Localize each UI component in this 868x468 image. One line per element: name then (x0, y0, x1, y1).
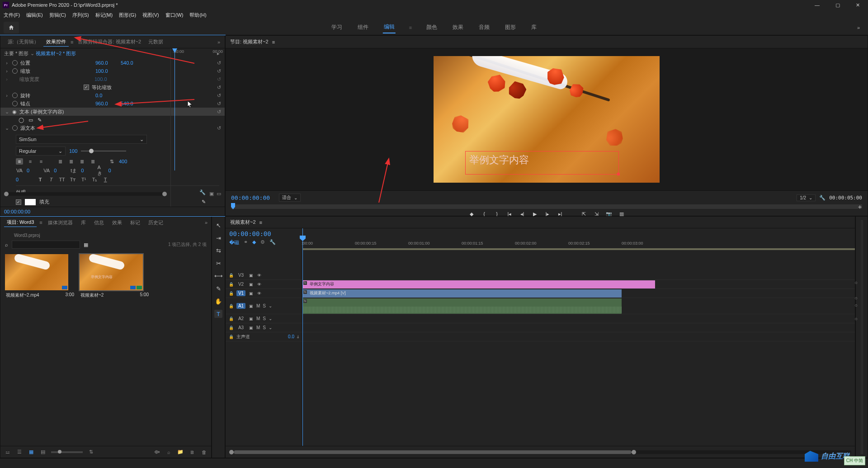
style-underline-icon[interactable]: T (102, 176, 109, 183)
style-allcaps-icon[interactable]: TT (58, 176, 66, 183)
menu-view[interactable]: 视图(V) (142, 12, 159, 19)
tab-source[interactable]: 源:（无剪辑） (5, 38, 42, 46)
ec-zoom-in-icon[interactable]: ▣ (209, 191, 214, 197)
mask-ellipse-icon[interactable]: ◯ (19, 117, 24, 123)
tab-markers[interactable]: 标记 (127, 218, 143, 227)
font-family-dropdown[interactable]: SimSun⌄ (16, 135, 147, 144)
new-item-icon[interactable]: 🗎 (189, 449, 196, 455)
ime-indicator[interactable]: CH 中简 (844, 456, 865, 465)
tab-project[interactable]: 项目: Word3 (4, 218, 37, 227)
program-playhead[interactable] (231, 203, 235, 209)
justify-full-icon[interactable]: ≣ (89, 158, 96, 165)
ec-hscroll[interactable] (4, 192, 167, 196)
tab-audio-mixer[interactable]: 音频剪辑混合器: 视频素材~2 (75, 38, 144, 46)
add-marker-icon[interactable]: ◆ (252, 239, 256, 246)
ec-timecode[interactable]: 00:00:00:00 (4, 209, 30, 214)
workspace-learn[interactable]: 学习 (330, 22, 343, 33)
workspace-color[interactable]: 颜色 (425, 22, 438, 33)
sort-icon[interactable]: ⇅ (87, 449, 94, 455)
stopwatch-icon[interactable] (12, 68, 18, 74)
wrench-icon[interactable]: 🔧 (819, 195, 826, 201)
tab-info[interactable]: 信息 (91, 218, 107, 227)
automate-to-sequence-icon[interactable]: ⟴ (153, 449, 160, 455)
tab-media-browser[interactable]: 媒体浏览器 (45, 218, 75, 227)
tab-metadata[interactable]: 元数据 (146, 38, 166, 46)
font-weight-dropdown[interactable]: Regular⌄ (16, 147, 66, 156)
timeline-timecode[interactable]: 00:00:00:00 (229, 230, 299, 237)
selection-tool-icon[interactable]: ↖ (214, 221, 222, 229)
tab-effects[interactable]: 效果 (109, 218, 125, 227)
stopwatch-icon[interactable] (12, 93, 18, 98)
uniform-scale-checkbox[interactable] (84, 85, 89, 90)
ec-zoom-out-icon[interactable]: ▭ (217, 191, 221, 197)
menu-sequence[interactable]: 序列(S) (72, 12, 89, 19)
trash-icon[interactable]: 🗑 (200, 449, 208, 455)
pen-tool-icon[interactable]: ✎ (214, 284, 222, 293)
filter-icon[interactable]: ▦ (84, 242, 88, 248)
new-bin-icon[interactable]: 📁 (177, 449, 184, 455)
button-editor-add-icon[interactable]: ＋ (857, 203, 863, 211)
project-search-input[interactable] (12, 241, 80, 249)
track-header-v2[interactable]: 🔒V2▣👁 (226, 280, 302, 289)
timeline-track-area[interactable]: fx举例文字内容 fx视频素材~2.mp4 [V] fx ○ ○ ○ ○ (302, 248, 855, 446)
home-button[interactable] (4, 22, 19, 33)
text-overlay-box[interactable]: 举例文字内容 (465, 151, 619, 175)
program-tab-menu-icon[interactable]: ≡ (272, 39, 275, 45)
align-center-icon[interactable]: ≡ (27, 158, 34, 165)
leading-value[interactable]: 400 (119, 159, 127, 164)
tab-overflow-icon[interactable]: » (205, 220, 208, 225)
workspace-graphics[interactable]: 图形 (504, 22, 517, 33)
timeline-playhead[interactable] (302, 228, 303, 446)
linked-selection-icon[interactable]: ⚭ (244, 239, 248, 246)
menu-graphics[interactable]: 图形(G) (119, 12, 136, 19)
workspace-overflow[interactable]: » (857, 25, 860, 30)
style-superscript-icon[interactable]: T¹ (80, 176, 87, 183)
tab-menu-icon[interactable]: ≡ (71, 39, 73, 45)
program-scrubber[interactable] (231, 204, 862, 209)
track-header-v3[interactable]: 🔒V3▣👁 (226, 271, 302, 280)
program-fit-dropdown[interactable]: 适合⌄ (279, 194, 301, 202)
minimize-button[interactable]: — (807, 0, 827, 10)
thumbnail-size-slider[interactable] (51, 451, 83, 453)
stopwatch-icon[interactable] (12, 125, 18, 131)
clip-graphic[interactable]: fx举例文字内容 (302, 280, 655, 288)
style-bold-icon[interactable]: T (37, 176, 44, 183)
freeform-view-icon[interactable]: ▤ (39, 449, 47, 455)
track-select-tool-icon[interactable]: ⇥ (214, 234, 222, 242)
list-view-icon[interactable]: ☰ (16, 449, 23, 455)
ec-playhead[interactable] (175, 48, 175, 170)
ec-sequence-label[interactable]: 视频素材~2 * 图形 (36, 50, 76, 57)
prop-anchor-x[interactable]: 960.0 (95, 101, 118, 106)
project-item[interactable]: 视频素材~2.mp43:00 (5, 254, 75, 300)
prop-anchor-y[interactable]: 540.0 (121, 101, 143, 106)
slip-tool-icon[interactable]: ⟷ (214, 272, 222, 280)
tsume-value[interactable]: 0 (81, 168, 84, 173)
fill-checkbox[interactable] (16, 199, 21, 205)
align-right-icon[interactable]: ≡ (38, 158, 45, 165)
menu-help[interactable]: 帮助(H) (189, 12, 206, 19)
razor-tool-icon[interactable]: ✂ (214, 259, 222, 267)
menu-clip[interactable]: 剪辑(C) (49, 12, 66, 19)
workspace-assembly[interactable]: 组件 (357, 22, 369, 33)
program-timecode-left[interactable]: 00:00:00:00 (231, 194, 270, 201)
fill-color-swatch[interactable] (25, 199, 36, 205)
track-header-a3[interactable]: 🔒A3▣MS⌄ (226, 323, 302, 332)
snap-icon[interactable]: �磁 (229, 239, 239, 246)
workspace-libraries[interactable]: 库 (530, 22, 538, 33)
ec-mini-timeline[interactable]: :00:00 00:00 (170, 48, 225, 207)
timeline-sequence-tab[interactable]: 视频素材~2 (230, 219, 256, 226)
ripple-edit-tool-icon[interactable]: ⇆ (214, 246, 222, 255)
tracking-value[interactable]: 0 (27, 168, 29, 173)
track-header-a1[interactable]: 🔒A1▣MS⌄ (226, 298, 302, 314)
tab-history[interactable]: 历史记 (146, 218, 166, 227)
hand-tool-icon[interactable]: ✋ (214, 297, 222, 305)
track-header-a2[interactable]: 🔒A2▣MS⌄ (226, 314, 302, 323)
ec-twirl[interactable]: › (4, 93, 9, 98)
menu-file[interactable]: 文件(F) (4, 12, 20, 19)
clip-audio[interactable]: fx (302, 298, 622, 314)
style-subscript-icon[interactable]: T₁ (91, 176, 98, 183)
font-size-value[interactable]: 100 (69, 148, 77, 154)
mask-rect-icon[interactable]: ▭ (28, 117, 33, 123)
justify-center-icon[interactable]: ≣ (67, 158, 75, 165)
ec-twirl[interactable]: ⌄ (4, 125, 9, 131)
